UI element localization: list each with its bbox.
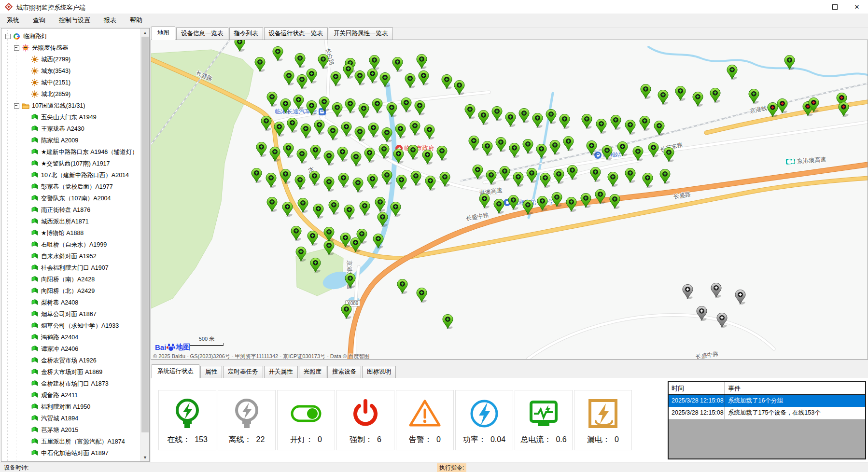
map-pin-online[interactable] [272, 46, 283, 61]
map-pin-online[interactable] [567, 165, 578, 180]
tree-device-item[interactable] [1, 459, 141, 461]
menu-item-5[interactable]: 帮助 [123, 14, 149, 27]
map-view[interactable]: 长白路长盛路长盛路长盛中路长盛路长盛中路长安东路京港线G4京港澳高速港澳高速京港… [151, 40, 868, 360]
map-pin-online[interactable] [313, 204, 324, 219]
map-pin-online[interactable] [617, 141, 628, 156]
map-pin-online[interactable] [422, 150, 433, 165]
map-pin-online[interactable] [595, 189, 606, 204]
map-pin-online[interactable] [553, 169, 564, 184]
map-pin-online[interactable] [261, 116, 272, 131]
tree-sensor-item[interactable]: 城北(2859) [1, 88, 141, 100]
tree-device-item[interactable]: 金桥大市场对面 A1869 [1, 366, 141, 378]
map-pin-online[interactable] [256, 142, 267, 157]
map-pin-offline[interactable] [682, 284, 693, 299]
map-pin-online[interactable] [478, 110, 489, 125]
tree-device-item[interactable]: 烟草公司对面 A1867 [1, 308, 141, 320]
map-pin-online[interactable] [454, 80, 465, 95]
tree-device-item[interactable]: 社会福利院大门口 A1907 [1, 262, 141, 274]
map-pin-online[interactable] [368, 123, 379, 138]
tree-device-item[interactable]: 五尖山大门东 A1949 [1, 111, 141, 123]
map-pin-online[interactable] [274, 122, 285, 137]
map-pin-online[interactable] [318, 54, 329, 69]
map-pin-online[interactable] [692, 92, 703, 107]
tree-device-item[interactable]: 观音路 A2411 [1, 389, 141, 401]
menu-item-3[interactable]: 控制与设置 [52, 14, 97, 27]
map-pin-forced[interactable] [777, 98, 788, 113]
map-pin-online[interactable] [359, 201, 370, 216]
tree-device-item[interactable]: 金桥建材市场门口 A1873 [1, 378, 141, 389]
scroll-down-icon[interactable]: ▼ [141, 453, 149, 461]
map-pin-online[interactable] [332, 102, 343, 117]
map-pin-online[interactable] [375, 197, 386, 212]
tree-device-item[interactable]: 梨树巷 A2408 [1, 297, 141, 308]
map-pin-online[interactable] [409, 121, 420, 136]
tree-device-item[interactable]: 107北（建新中路路口西）A2014 [1, 169, 141, 181]
event-row[interactable]: 2025/3/28 12:15:08系统加载了16个分组 [669, 395, 865, 407]
map-pin-online[interactable] [559, 114, 570, 129]
map-pin-online[interactable] [341, 304, 352, 319]
tree-device-item[interactable]: 自来水斜对面 A1952 [1, 250, 141, 262]
map-pin-online[interactable] [442, 314, 453, 329]
map-pin-online[interactable] [319, 97, 330, 111]
map-pin-online[interactable] [293, 95, 304, 110]
map-pin-online[interactable] [491, 106, 503, 121]
map-pin-online[interactable] [625, 168, 636, 183]
tree-root[interactable]: 临湘路灯 [1, 30, 141, 42]
map-pin-online[interactable] [549, 140, 560, 155]
map-pin-online[interactable] [310, 258, 321, 273]
bottom-tab-4[interactable]: 开关属性 [264, 366, 298, 378]
map-pin-online[interactable] [369, 55, 380, 70]
map-pin-online[interactable] [659, 169, 671, 184]
menu-item-1[interactable]: 系统 [0, 14, 26, 27]
map-pin-online[interactable] [424, 125, 435, 139]
tree-device-item[interactable]: 金桥农贸市场 A1926 [1, 355, 141, 366]
map-tab-1[interactable]: 地图 [152, 26, 175, 40]
map-pin-online[interactable] [532, 113, 543, 128]
map-pin-online[interactable] [372, 98, 383, 113]
map-pin-online[interactable] [727, 65, 738, 80]
map-pin-online[interactable] [386, 102, 397, 117]
map-pin-online[interactable] [378, 144, 390, 159]
map-pin-online[interactable] [381, 170, 392, 185]
map-pin-online[interactable] [414, 100, 425, 115]
map-pin-online[interactable] [495, 137, 506, 152]
collapse-icon[interactable] [5, 34, 11, 39]
map-pin-online[interactable] [436, 146, 448, 161]
map-pin-online[interactable] [350, 237, 361, 252]
map-pin-online[interactable] [416, 54, 427, 69]
collapse-icon[interactable] [14, 45, 19, 51]
map-pin-online[interactable] [323, 151, 335, 166]
bottom-tab-5[interactable]: 光照度 [299, 366, 327, 378]
map-pin-offline[interactable] [735, 290, 746, 305]
map-pin-online[interactable] [328, 200, 339, 215]
map-tab-2[interactable]: 设备信息一览表 [176, 28, 228, 40]
map-pin-online[interactable] [364, 148, 375, 163]
map-pin-online[interactable] [291, 226, 302, 241]
map-pin-online[interactable] [640, 84, 651, 99]
map-pin-online[interactable] [266, 197, 278, 212]
tree-device-item[interactable]: 鸿鹤路 A2404 [1, 332, 141, 343]
tree-device-item[interactable]: 南正街转盘 A1876 [1, 204, 141, 216]
map-pin-online[interactable] [392, 57, 403, 72]
map-pin-online[interactable] [354, 126, 365, 141]
map-tab-5[interactable]: 开关回路属性一览表 [329, 28, 393, 40]
tree-device-item[interactable]: 王家珑巷 A2430 [1, 123, 141, 135]
map-pin-online[interactable] [287, 118, 298, 133]
map-pin-online[interactable] [338, 173, 349, 188]
maximize-button[interactable] [824, 0, 846, 14]
map-pin-online[interactable] [405, 73, 416, 88]
map-tab-4[interactable]: 设备运行状态一览表 [264, 28, 328, 40]
map-pin-online[interactable] [306, 100, 317, 115]
map-pin-forced[interactable] [838, 102, 849, 117]
map-pin-online[interactable] [537, 196, 548, 211]
map-pin-online[interactable] [327, 125, 338, 140]
map-pin-online[interactable] [522, 139, 533, 154]
map-pin-online[interactable] [486, 170, 497, 185]
tree-sensor-item[interactable]: 城东(3543) [1, 65, 141, 77]
map-pin-online[interactable] [266, 173, 277, 188]
tree-scrollbar[interactable]: ▲ ▼ [140, 28, 149, 461]
map-pin-online[interactable] [344, 205, 355, 220]
map-pin-online[interactable] [546, 109, 557, 124]
tree-device-item[interactable]: ★博物馆 A1888 [1, 227, 141, 239]
tree-device-item[interactable]: 烟草公司（求知中学）A1933 [1, 320, 141, 332]
